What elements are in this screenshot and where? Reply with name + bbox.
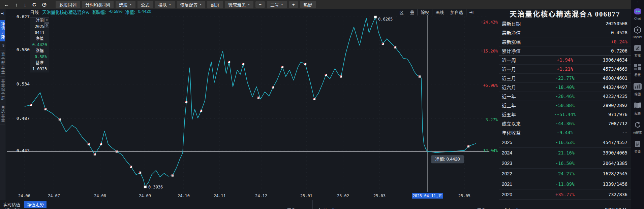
bottom-info-3[interactable]: 更多 > [477,207,489,209]
history-clock-icon[interactable]: ◷ [40,1,49,7]
rail-item-ai搜索[interactable]: AI搜索 [633,121,642,135]
rail-item-label: 看板 [635,72,641,77]
row-percent: -21.16% [542,150,588,155]
toolbar-button-4[interactable]: 换肤▼ [155,1,175,8]
rail-item-copilot[interactable]: Copilot [632,26,643,39]
year-row-2[interactable]: 2023-16.50%2064/3385 [499,158,631,169]
rail-item-看板[interactable]: 看板 [634,64,642,77]
rail-item-chat[interactable]: Chat [633,7,642,20]
event-marker-flag [185,101,186,102]
bottom-tab-1[interactable]: 净值走势 [24,201,47,208]
sidebar-expand-icon[interactable]: ➡| [0,9,5,20]
y-axis-label: 0.487 [17,116,30,121]
row-value: 4600/4601 [588,75,627,81]
row-percent: +1.94% [542,57,588,63]
draw-chart-icon [633,83,642,90]
toolbar-button-7[interactable]: 微软雅黑▼ [225,1,253,8]
perf-row-1[interactable]: 近一月+1.21%4573/4669 [499,65,631,74]
rail-item-label: Chat [634,16,641,20]
sidebar-item-2[interactable]: 混合型基金 [0,50,5,77]
perf-row-3[interactable]: 近六月-18.40%4433/4497 [499,83,631,92]
row-percent: -44.36% [542,121,588,126]
row-percent: -16.63% [542,140,588,145]
summary-row-3[interactable]: 累计净值0.7206 [499,46,631,56]
rail-item-label: 纪要 [635,111,641,115]
toolbar-button-6[interactable]: 副屏 [207,1,223,8]
toolbar-button-label: − [259,2,262,7]
row-label: 近一周 [502,57,542,63]
net-value-chart[interactable]: 0.62650.3936净值: 0.44200.6270.5800.5340.4… [5,15,499,200]
row-value: 1628/2545 [588,171,627,176]
rail-item-label: 绘图 [635,92,641,96]
bottom-info-1[interactable]: 更多 > [287,207,299,209]
sidebar-item-4[interactable]: 自选基金 [0,103,5,125]
perf-row-0[interactable]: 近一周+1.94%1906/4634 [499,56,631,65]
x-axis-label: 24.08 [94,194,106,198]
row-percent: -20.46% [542,94,588,99]
sidebar-item-3[interactable]: 基金综合屏 [0,77,5,103]
perf-row-4[interactable]: 近一年-20.46%4223/4235 [499,92,631,101]
perf-row-6[interactable]: 近五年--51.44%971/976 [499,110,631,119]
row-value: 708/712 [588,121,627,126]
toolbar-button-11[interactable]: 热键 [300,1,316,8]
row-percent: --51.44% [542,112,588,117]
event-marker-flag [130,166,131,167]
toolbar-button-8[interactable]: − [255,1,265,8]
copilot-icon [634,26,642,34]
row-value: 0.4528 [588,30,627,35]
summary-row-1[interactable]: 最新净值0.4528 [499,28,631,37]
perf-row-7[interactable]: 成立以来-44.36%708/712 [499,119,631,128]
data-info-box[interactable]: × ⚙ 时间20250411净值0.4420涨幅-0.58%基准1.0923 [30,17,49,72]
year-row-0[interactable]: 2025-16.63%4547/4557 [499,137,631,148]
refresh-icon[interactable]: C [30,2,38,7]
rail-item-纪要[interactable]: 纪要 [633,102,642,115]
rail-item-智读[interactable]: 智读 [634,140,641,154]
perf-row-8[interactable]: 年化收益-9.44%-- [499,128,631,137]
row-label: 2024 [502,150,542,155]
toolbar-button-3[interactable]: 公式 [137,1,153,8]
year-row-5[interactable]: 2020+35.77%732/836 [499,189,631,200]
x-axis-label: 24.09 [139,194,151,198]
up-icon[interactable]: ↑ [13,2,20,7]
perf-row-5[interactable]: 近三年-50.88%2890/2892 [499,101,631,110]
row-label: 2023 [502,161,542,166]
nav-label: 净值: [125,9,135,15]
year-row-1[interactable]: 2024-21.16%3990/4065 [499,148,631,158]
down-icon[interactable]: ↓ [22,2,29,7]
period-label[interactable]: 日线 [30,9,39,15]
toolbar-button-label: 副屏 [211,1,219,8]
summary-row-0[interactable]: 最新日期20250508 [499,19,631,28]
row-value: 4433/4497 [588,84,627,90]
top-toolbar: ←↑↓C◷多股同列分时K线同列选股▼公式换肤▼恢复配置▼副屏微软雅黑▼−三号▼+… [0,0,631,9]
perf-row-2[interactable]: 近三月-23.77%4600/4601 [499,74,631,83]
event-marker-flag [325,74,326,75]
toolbar-button-label: 分时K线同列 [85,1,110,8]
event-marker-flag [200,110,201,111]
x-axis-label: 24.06 [18,194,30,198]
toolbar-button-5[interactable]: 恢复配置▼ [177,1,206,8]
event-marker-flag [281,66,282,67]
rail-collapse-icon[interactable]: ⌃ [636,0,639,7]
gear-icon[interactable]: ⚙ [44,23,49,28]
rail-item-绘图[interactable]: 绘图 [633,83,642,96]
back-icon[interactable]: ← [2,2,11,7]
year-row-3[interactable]: 2022-24.27%1628/2545 [499,169,631,179]
rail-item-写作[interactable]: 写作 [634,44,642,58]
x-axis-label: 24.10 [178,194,190,198]
panel-collapse-icon[interactable]: ➡| [466,10,477,14]
row-label: 2020 [502,192,542,197]
toolbar-button-2[interactable]: 选股▼ [116,1,135,8]
toolbar-button-9[interactable]: 三号▼ [267,1,287,8]
toolbar-button-1[interactable]: 分时K线同列 [82,1,114,8]
close-icon[interactable]: × [44,18,49,23]
summary-row-2[interactable]: 最新涨幅+0.24% [499,37,631,46]
sidebar-item-1[interactable]: 9 [0,41,5,50]
event-marker-flag [172,175,173,176]
sidebar-item-0[interactable]: 净值走势 [0,20,5,41]
row-label: 成立以来 [502,120,542,127]
row-percent: -9.44% [542,130,588,135]
y-axis-label: 0.443 [17,148,30,153]
toolbar-button-10[interactable]: + [289,1,298,8]
toolbar-button-0[interactable]: 多股同列 [56,1,80,8]
year-row-4[interactable]: 2021-11.89%1339/1456 [499,179,631,189]
